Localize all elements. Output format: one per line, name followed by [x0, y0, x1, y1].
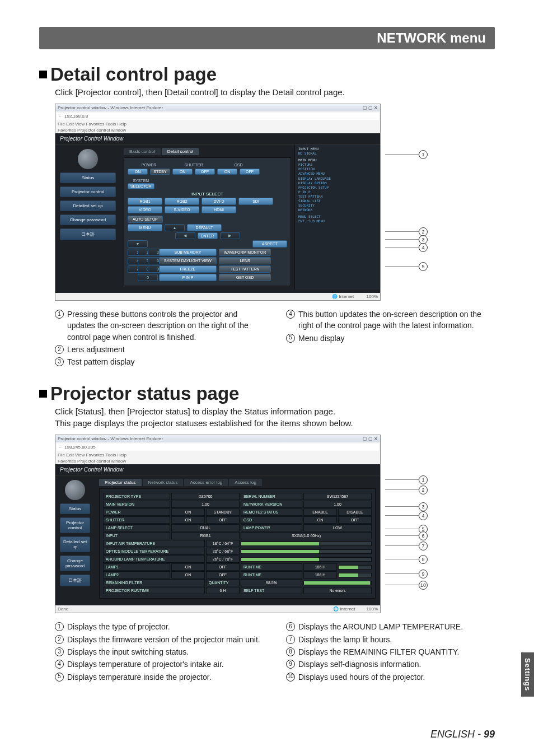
arrow-left-button[interactable]: ◀ — [175, 232, 195, 239]
sidebar-item-change-password[interactable]: Change password — [60, 556, 90, 571]
ie-address-bar[interactable]: ← 192.168.0.8 — [57, 113, 379, 120]
input-svideo-button[interactable]: S-VIDEO — [165, 206, 199, 213]
back-icon[interactable]: ← — [58, 114, 62, 119]
note-text: Lens adjustment — [67, 344, 125, 355]
row-label: RUNTIME — [241, 563, 302, 571]
row-value: 186 H — [303, 571, 337, 578]
page-footer: ENGLISH - 99 — [430, 729, 495, 740]
row-label: PROJECTOR RUNTIME — [103, 587, 205, 594]
enter-button[interactable]: ENTER — [198, 232, 218, 239]
label-shutter: SHUTTER — [183, 162, 204, 167]
input-sdi-button[interactable]: SDI — [238, 198, 273, 205]
sidebar-item-projector-control[interactable]: Projector control — [60, 186, 116, 197]
selftest-button[interactable]: No errors — [303, 587, 372, 594]
row-label: LAMP2 — [103, 571, 170, 578]
row-label: OSD — [241, 516, 302, 524]
row-value: DISABLE — [338, 508, 372, 516]
freeze-button[interactable]: FREEZE — [159, 265, 217, 273]
input-rgb2-button[interactable]: RGB2 — [165, 198, 199, 205]
row-value: SXGA(1.0 60Hz) — [241, 532, 372, 539]
submemory-button[interactable]: SUB MEMORY — [159, 249, 217, 256]
ie-title-text: Projector control window - Windows Inter… — [58, 105, 163, 110]
autosetup-button[interactable]: AUTO SETUP — [128, 216, 163, 223]
row-value: DUAL — [171, 524, 240, 531]
note-text: Displays the AROUND LAMP TEMPERATURE. — [298, 621, 463, 632]
callout-marker: 4 — [419, 243, 428, 252]
arrow-down-button[interactable]: ▼ — [128, 240, 148, 248]
back-icon[interactable]: ← — [58, 445, 62, 450]
osd-item: P IN P — [298, 190, 377, 194]
power-standby-button[interactable]: STDBY — [150, 169, 170, 175]
tab-detail-control[interactable]: Detail control — [162, 148, 199, 155]
ie-menu[interactable]: File Edit View Favorites Tools Help — [55, 121, 380, 127]
note-number-icon: 5 — [55, 673, 64, 682]
sidebar-item-japanese[interactable]: 日本語 — [60, 575, 90, 586]
arrow-up-button[interactable]: ▲ — [165, 224, 185, 231]
row-value: 18°C / 64°F — [206, 540, 240, 547]
sidebar-item-change-password[interactable]: Change password — [60, 214, 116, 225]
tab-basic-control[interactable]: Basic control — [124, 148, 161, 155]
row-value: 98.5% — [241, 579, 302, 586]
ie-menu[interactable]: File Edit View Favorites Tools Help — [55, 452, 380, 458]
note-text: Displays self-diagnosis information. — [298, 659, 421, 670]
tab-access-log[interactable]: Access log — [229, 479, 262, 486]
main-panel: Basic control Detail control POWER ONSTD… — [120, 144, 294, 290]
getosd-button[interactable]: GET OSD — [219, 274, 271, 281]
sidebar-item-japanese[interactable]: 日本語 — [60, 228, 116, 240]
aspect-button[interactable]: ASPECT — [252, 240, 287, 248]
osd-item: ADVANCED MENU — [298, 171, 377, 176]
keypad-0[interactable]: 0 — [138, 274, 158, 281]
input-rgb1-button[interactable]: RGB1 — [128, 198, 162, 205]
sidebar-item-status[interactable]: Status — [60, 172, 116, 183]
sidebar-item-projector-control[interactable]: Projector control — [60, 517, 90, 533]
note-text: Pressing these buttons controls the proj… — [67, 309, 264, 343]
pinp-button[interactable]: P IN P — [159, 274, 217, 281]
tab-access-error-log[interactable]: Access error log — [184, 479, 228, 486]
arrow-right-button[interactable]: ▶ — [220, 232, 240, 239]
header-band: NETWORK menu — [39, 27, 495, 49]
side-tab-settings: Settings — [521, 652, 534, 697]
section1-title: Detail control page — [39, 64, 495, 85]
power-on-button[interactable]: ON — [128, 169, 148, 175]
ie-done: Done — [58, 606, 68, 612]
osd-foot1: MENU SELECT — [298, 214, 321, 219]
ie-favorites[interactable]: Favorites Projector control window — [55, 127, 380, 133]
sysdaylight-button[interactable]: SYSTEM DAYLIGHT VIEW — [159, 257, 217, 264]
shutter-on-button[interactable]: ON — [172, 169, 193, 175]
row-value: ON — [171, 571, 205, 578]
note-text: This button updates the on-screen descri… — [298, 309, 495, 332]
url-field[interactable]: 192.168.0.8 — [64, 114, 88, 119]
callout-marker: 4 — [419, 511, 428, 520]
note-text: Displays temperature of projector's inta… — [67, 659, 224, 670]
input-video-button[interactable]: VIDEO — [128, 206, 162, 213]
sidebar-item-detailed-setup[interactable]: Detailed set up — [60, 536, 90, 552]
default-button[interactable]: DEFAULT — [187, 224, 222, 231]
menu-button[interactable]: MENU — [128, 224, 162, 231]
testpattern-button[interactable]: TEST PATTERN — [219, 265, 271, 273]
input-dvid-button[interactable]: DVI-D — [202, 198, 236, 205]
tab-projector-status[interactable]: Projector status — [99, 479, 142, 486]
lens-button[interactable]: LENS — [219, 257, 271, 264]
tab-network-status[interactable]: Network status — [143, 479, 184, 486]
note-text: Displays the type of projector. — [67, 621, 170, 632]
row-value: LOW — [303, 524, 372, 531]
logo-disc-icon — [65, 480, 85, 500]
osd-off-button[interactable]: OFF — [240, 169, 260, 175]
window-controls-icon[interactable]: ▢ ▢ ✕ — [363, 105, 378, 110]
waveform-button[interactable]: WAVEFORM MONITOR — [219, 249, 271, 256]
row-label: SHUTTER — [103, 516, 170, 524]
input-hdmi-button[interactable]: HDMI — [202, 206, 236, 213]
shutter-off-button[interactable]: OFF — [195, 169, 215, 175]
osd-on-button[interactable]: ON — [217, 169, 237, 175]
osd-item: PROJECTOR SETUP — [298, 185, 377, 190]
sidebar-item-status[interactable]: Status — [60, 503, 90, 514]
row-value: 26°C / 78°F — [206, 556, 240, 563]
window-controls-icon[interactable]: ▢ ▢ ✕ — [363, 436, 378, 441]
system-selector-button[interactable]: SELECTOR — [128, 183, 154, 189]
sidebar-item-detailed-setup[interactable]: Detailed set up — [60, 200, 116, 211]
label-input-select: INPUT SELECT — [128, 192, 287, 197]
note-number-icon: 1 — [55, 310, 64, 319]
url-field[interactable]: 198.245.80.205 — [64, 445, 96, 450]
ie-favorites[interactable]: Favorites Projector control window — [55, 458, 380, 464]
row-value: OFF — [206, 516, 240, 524]
